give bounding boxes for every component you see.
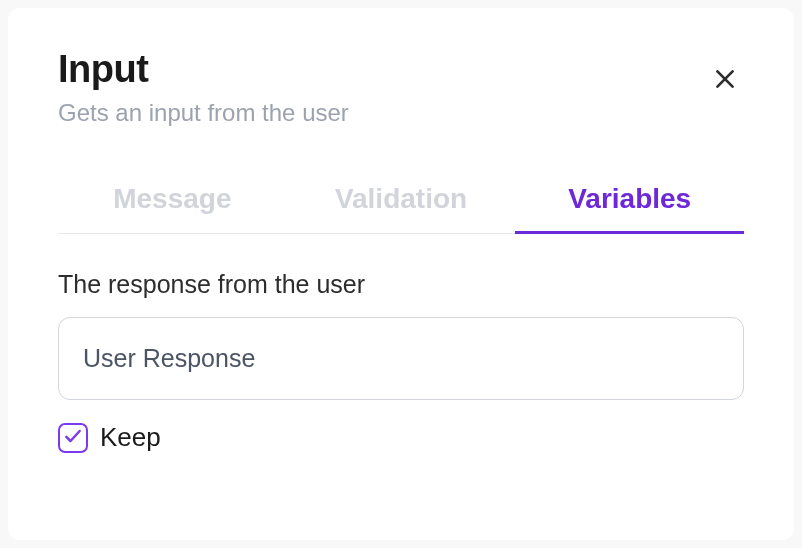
tab-variables[interactable]: Variables (515, 175, 744, 233)
tab-bar: Message Validation Variables (58, 175, 744, 234)
keep-checkbox-row: Keep (58, 422, 744, 453)
variables-section: The response from the user Keep (58, 270, 744, 453)
panel-subtitle: Gets an input from the user (58, 99, 349, 127)
user-response-input[interactable] (58, 317, 744, 400)
close-button[interactable] (706, 60, 744, 101)
panel-title: Input (58, 48, 349, 91)
header-text: Input Gets an input from the user (58, 48, 349, 127)
keep-checkbox[interactable] (58, 423, 88, 453)
response-field-label: The response from the user (58, 270, 744, 299)
keep-checkbox-label[interactable]: Keep (100, 422, 161, 453)
tab-validation[interactable]: Validation (287, 175, 516, 233)
close-icon (712, 66, 738, 95)
input-config-panel: Input Gets an input from the user Messag… (8, 8, 794, 540)
check-icon (63, 426, 83, 450)
header-row: Input Gets an input from the user (58, 48, 744, 127)
tab-message[interactable]: Message (58, 175, 287, 233)
